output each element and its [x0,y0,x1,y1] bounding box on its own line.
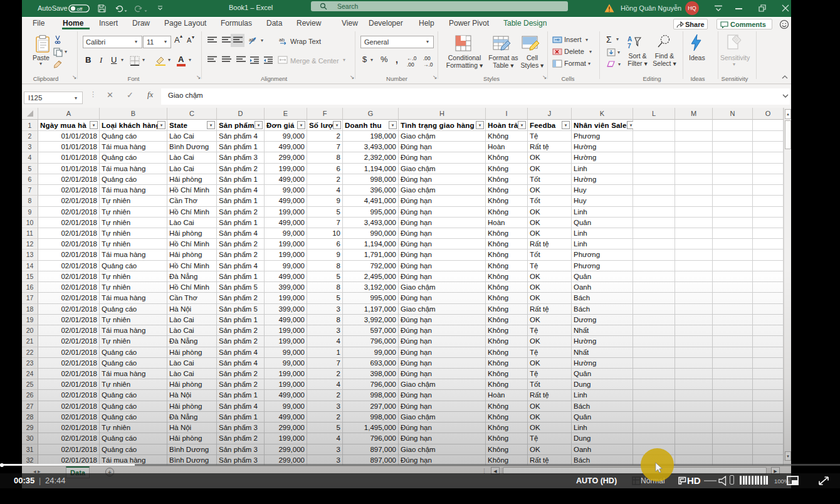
svg-text:ab: ab [249,37,255,43]
svg-text:A: A [627,36,632,43]
svg-text:7: 7 [627,43,631,50]
svg-text:ab: ab [279,37,285,43]
svg-text:off: off [77,6,83,12]
